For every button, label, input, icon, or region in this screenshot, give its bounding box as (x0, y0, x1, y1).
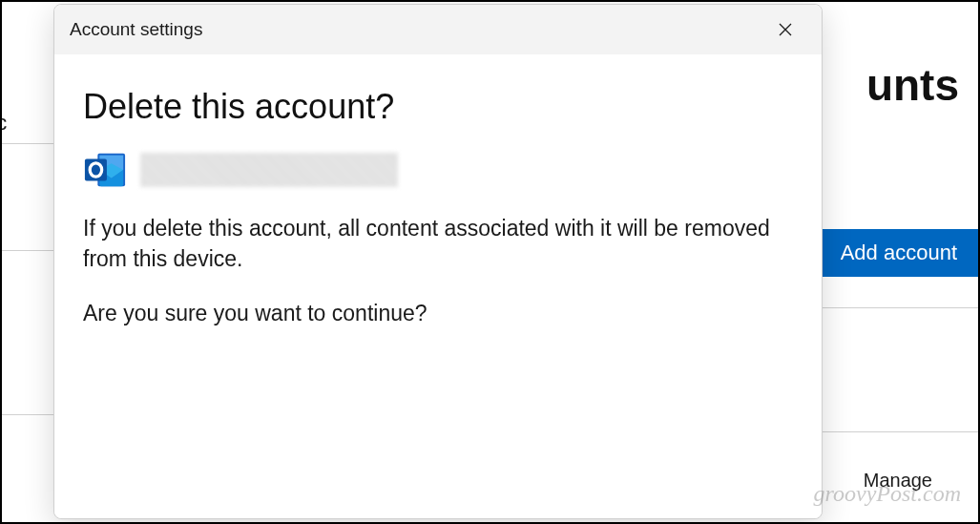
add-account-button[interactable]: Add account (820, 229, 978, 277)
dialog-warning-text: If you delete this account, all content … (83, 213, 770, 274)
divider (2, 414, 54, 415)
dialog-confirm-text: Are you sure you want to continue? (83, 301, 793, 326)
manage-button[interactable]: Manage (837, 462, 959, 499)
close-icon (779, 19, 792, 41)
dialog-body: Delete this account? If you delete this … (54, 54, 822, 518)
dialog-header-title: Account settings (70, 19, 757, 40)
account-email-redacted (140, 153, 398, 187)
divider (818, 431, 978, 432)
divider (2, 143, 54, 144)
divider (818, 307, 978, 308)
dialog-header: Account settings (54, 5, 822, 54)
outlook-icon (83, 148, 127, 192)
page-title-fragment: unts (866, 59, 959, 111)
close-button[interactable] (764, 12, 806, 47)
sidebar-text-fragment: ive.c (0, 111, 7, 136)
divider (2, 250, 54, 251)
account-row (83, 148, 793, 192)
dialog-heading: Delete this account? (83, 87, 793, 127)
account-settings-dialog: Account settings Delete this account? (53, 4, 823, 519)
